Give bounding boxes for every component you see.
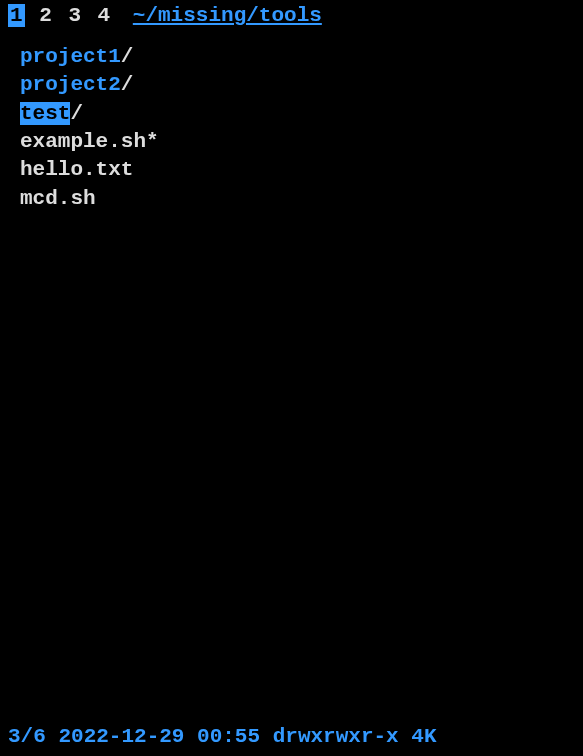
list-item[interactable]: project2/ — [20, 71, 575, 99]
status-permissions: drwxrwxr-x — [273, 725, 399, 748]
status-bar: 3/6 2022-12-29 00:55 drwxrwxr-x 4K — [0, 721, 583, 756]
list-item-selected[interactable]: test/ — [20, 100, 575, 128]
list-item[interactable]: hello.txt — [20, 156, 575, 184]
entry-name: example.sh — [20, 130, 146, 153]
current-path[interactable]: ~/missing/tools — [133, 4, 322, 27]
tab-2[interactable]: 2 — [37, 4, 54, 27]
header-bar: 1 2 3 4 ~/missing/tools — [0, 0, 583, 31]
entry-name: project2 — [20, 73, 121, 96]
list-item[interactable]: example.sh* — [20, 128, 575, 156]
entry-suffix: / — [121, 73, 134, 96]
list-item[interactable]: project1/ — [20, 43, 575, 71]
list-item[interactable]: mcd.sh — [20, 185, 575, 213]
file-listing: project1/ project2/ test/ example.sh* he… — [0, 31, 583, 721]
entry-name: project1 — [20, 45, 121, 68]
entry-suffix: * — [146, 130, 159, 153]
status-size: 4K — [411, 725, 436, 748]
status-position: 3/6 — [8, 725, 46, 748]
entry-name: mcd.sh — [20, 187, 96, 210]
tab-3[interactable]: 3 — [66, 4, 83, 27]
status-date: 2022-12-29 — [58, 725, 184, 748]
status-time: 00:55 — [197, 725, 260, 748]
tab-1[interactable]: 1 — [8, 4, 25, 27]
tab-4[interactable]: 4 — [96, 4, 113, 27]
entry-name: hello.txt — [20, 158, 133, 181]
entry-suffix: / — [121, 45, 134, 68]
entry-name: test — [20, 102, 70, 125]
entry-suffix: / — [70, 102, 83, 125]
